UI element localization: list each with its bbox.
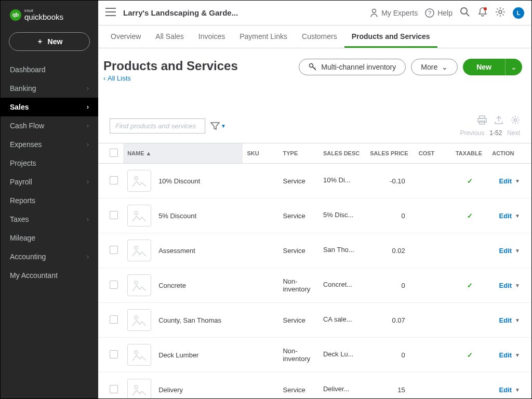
product-name[interactable]: County, San Thomas bbox=[158, 316, 221, 324]
row-checkbox[interactable] bbox=[110, 176, 118, 184]
edit-button[interactable]: Edit▼ bbox=[499, 282, 520, 289]
edit-label: Edit bbox=[499, 351, 512, 359]
product-sku bbox=[243, 233, 278, 268]
all-lists-link[interactable]: ‹ All Lists bbox=[103, 74, 131, 82]
row-checkbox[interactable] bbox=[110, 385, 118, 393]
tab-all-sales[interactable]: All Sales bbox=[148, 26, 191, 48]
print-icon[interactable] bbox=[477, 115, 487, 126]
tab-products-and-services[interactable]: Products and Services bbox=[344, 26, 437, 48]
more-button[interactable]: More ⌄ bbox=[411, 59, 458, 75]
column-sku[interactable]: SKU bbox=[243, 143, 278, 164]
chevron-down-icon: ▼ bbox=[515, 317, 520, 323]
new-button-sidebar[interactable]: ＋ New bbox=[9, 32, 90, 51]
product-sku bbox=[243, 198, 278, 233]
sidebar-item-projects[interactable]: Projects bbox=[1, 154, 98, 172]
help-link[interactable]: ? Help bbox=[425, 8, 453, 18]
tab-invoices[interactable]: Invoices bbox=[191, 26, 232, 48]
row-checkbox[interactable] bbox=[110, 350, 118, 358]
product-cost bbox=[415, 303, 451, 338]
column-sales-desc[interactable]: SALES DESC bbox=[319, 143, 366, 164]
new-button-main[interactable]: New bbox=[463, 59, 505, 75]
edit-button[interactable]: Edit▼ bbox=[499, 177, 520, 185]
product-desc: San Tho... bbox=[319, 233, 366, 268]
edit-button[interactable]: Edit▼ bbox=[499, 316, 520, 324]
column-name[interactable]: NAME ▲ bbox=[123, 143, 243, 164]
table-row: ConcreteNon-inventoryConcret...0✓Edit▼ bbox=[98, 268, 531, 303]
sidebar-item-dashboard[interactable]: Dashboard bbox=[1, 60, 98, 79]
svg-point-3 bbox=[461, 8, 467, 14]
product-name[interactable]: Concrete bbox=[158, 282, 186, 289]
row-checkbox[interactable] bbox=[110, 211, 118, 219]
edit-button[interactable]: Edit▼ bbox=[499, 247, 520, 255]
sidebar-item-label: Projects bbox=[10, 159, 36, 167]
sidebar-item-taxes[interactable]: Taxes› bbox=[1, 210, 98, 229]
new-button-caret[interactable]: ⌄ bbox=[505, 59, 522, 75]
sidebar-item-label: Banking bbox=[10, 84, 36, 92]
svg-text:?: ? bbox=[428, 10, 431, 16]
edit-button[interactable]: Edit▼ bbox=[499, 212, 520, 220]
sidebar-item-payroll[interactable]: Payroll› bbox=[1, 172, 98, 191]
row-checkbox[interactable] bbox=[110, 246, 118, 254]
filter-icon[interactable]: ▼ bbox=[210, 122, 226, 130]
new-split-button: New ⌄ bbox=[463, 59, 522, 75]
avatar[interactable]: L bbox=[513, 7, 524, 19]
new-button-label: New bbox=[48, 37, 63, 46]
edit-button[interactable]: Edit▼ bbox=[499, 386, 520, 394]
search-icon[interactable] bbox=[460, 7, 470, 19]
key-icon bbox=[309, 63, 317, 71]
tab-customers[interactable]: Customers bbox=[295, 26, 344, 48]
product-sku bbox=[243, 373, 278, 399]
product-name[interactable]: Deck Lumber bbox=[158, 351, 198, 359]
sidebar-item-accounting[interactable]: Accounting› bbox=[1, 247, 98, 266]
column-taxable[interactable]: TAXABLE bbox=[451, 143, 488, 164]
chevron-down-icon: ▼ bbox=[515, 248, 520, 254]
hamburger-icon[interactable] bbox=[105, 8, 116, 18]
pager-previous[interactable]: Previous bbox=[460, 129, 485, 137]
tab-overview[interactable]: Overview bbox=[103, 26, 148, 48]
column-type[interactable]: TYPE bbox=[278, 143, 318, 164]
gear-icon[interactable] bbox=[495, 7, 506, 19]
company-name[interactable]: Larry's Landscaping & Garde... bbox=[123, 8, 238, 17]
sidebar-item-reports[interactable]: Reports bbox=[1, 191, 98, 210]
sidebar-item-my-accountant[interactable]: My Accountant bbox=[1, 266, 98, 285]
content-scroll[interactable]: Products and Services ‹ All Lists Multi-… bbox=[98, 48, 531, 398]
product-cost bbox=[415, 233, 451, 268]
product-name[interactable]: Delivery bbox=[158, 386, 183, 394]
pager-next[interactable]: Next bbox=[507, 129, 520, 137]
product-taxable: ✓ bbox=[451, 164, 488, 198]
row-checkbox[interactable] bbox=[110, 315, 118, 324]
product-name[interactable]: 10% Discount bbox=[158, 177, 200, 185]
edit-button[interactable]: Edit▼ bbox=[499, 351, 520, 359]
tab-payment-links[interactable]: Payment Links bbox=[232, 26, 295, 48]
sidebar-item-label: Expenses bbox=[10, 140, 42, 149]
svg-point-10 bbox=[135, 177, 138, 180]
sidebar-item-sales[interactable]: Sales› bbox=[1, 98, 98, 116]
multi-channel-inventory-button[interactable]: Multi-channel inventory bbox=[299, 59, 406, 75]
sidebar: qb intuit quickbooks ＋ New DashboardBank… bbox=[1, 1, 98, 398]
column-sales-price[interactable]: SALES PRICE bbox=[366, 143, 415, 164]
notifications-icon[interactable] bbox=[477, 7, 488, 19]
sidebar-item-label: Reports bbox=[10, 196, 35, 205]
sidebar-item-banking[interactable]: Banking› bbox=[1, 79, 98, 98]
sidebar-item-expenses[interactable]: Expenses› bbox=[1, 135, 98, 154]
row-checkbox[interactable] bbox=[110, 281, 118, 289]
sidebar-item-mileage[interactable]: Mileage bbox=[1, 229, 98, 247]
plus-icon: ＋ bbox=[36, 37, 44, 46]
edit-label: Edit bbox=[499, 316, 512, 324]
logo[interactable]: qb intuit quickbooks bbox=[1, 1, 98, 25]
product-desc: 10% Di... bbox=[319, 164, 366, 198]
product-price: 0 bbox=[366, 198, 415, 233]
export-icon[interactable] bbox=[494, 115, 503, 126]
edit-label: Edit bbox=[499, 282, 512, 289]
product-sku bbox=[243, 303, 278, 338]
select-all-checkbox[interactable] bbox=[110, 149, 118, 157]
sidebar-item-cash-flow[interactable]: Cash Flow› bbox=[1, 116, 98, 135]
search-input[interactable] bbox=[110, 118, 205, 134]
product-name[interactable]: Assessment bbox=[158, 247, 195, 255]
table-settings-icon[interactable] bbox=[511, 115, 520, 126]
column-cost[interactable]: COST bbox=[415, 143, 451, 164]
my-experts-link[interactable]: My Experts bbox=[370, 8, 418, 18]
product-name[interactable]: 5% Discount bbox=[158, 212, 196, 220]
svg-point-11 bbox=[135, 211, 138, 215]
table-toolbar: ▼ Previous bbox=[98, 84, 531, 140]
